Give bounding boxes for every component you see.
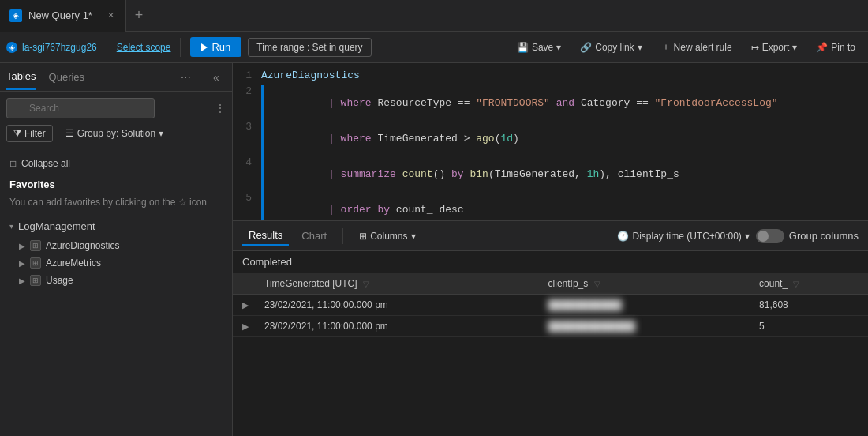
results-area: Results Chart ⊞ Columns ▾ 🕐 Display time… — [233, 221, 868, 436]
row-expand-cell-2[interactable]: ▶ — [233, 316, 255, 337]
line-bar-4 — [261, 156, 264, 192]
save-button[interactable]: 💾 Save ▾ — [511, 39, 567, 56]
table-icon: ⊞ — [30, 240, 41, 251]
results-tab-chart[interactable]: Chart — [295, 227, 333, 245]
new-tab-button[interactable]: + — [126, 0, 152, 32]
main-layout: Tables Queries ··· « 🔍 ⋮ ⧩ Filter ☰ Grou… — [0, 63, 868, 436]
line-content-5: | order by count_ desc — [267, 192, 464, 221]
copy-link-button[interactable]: 🔗 Copy link ▾ — [574, 39, 648, 56]
line-content-3: | where TimeGenerated > ago(1d) — [267, 121, 519, 156]
export-button[interactable]: ↦ Export ▾ — [745, 39, 804, 56]
columns-icon: ⊞ — [359, 231, 367, 242]
row-2-ip-blurred: █████████████ — [548, 321, 636, 332]
new-alert-button[interactable]: ＋ New alert rule — [655, 37, 739, 57]
completed-status: Completed — [233, 251, 868, 273]
copylink-dropdown-icon: ▾ — [638, 42, 642, 53]
line-content-2: | where ResourceType == "FRONTDOORS" and… — [267, 85, 778, 121]
export-icon: ↦ — [751, 42, 759, 53]
sidebar-filters: ⧩ Filter ☰ Group by: Solution ▾ — [0, 125, 232, 148]
results-tab-results[interactable]: Results — [242, 226, 289, 246]
tree-item-usage[interactable]: ▶ ⊞ Usage — [0, 272, 232, 289]
filter-icon-count[interactable]: ▽ — [793, 280, 799, 288]
col-client-ip[interactable]: clientIp_s ▽ — [539, 273, 750, 295]
line-bar-2 — [261, 85, 264, 121]
favorites-hint: You can add favorites by clicking on the… — [9, 195, 223, 209]
line-content-4: | summarize count() by bin(TimeGenerated… — [267, 156, 679, 192]
results-table-wrapper[interactable]: TimeGenerated [UTC] ▽ clientIp_s ▽ count… — [233, 273, 868, 436]
log-management-section[interactable]: ▾ LogManagement — [0, 216, 232, 237]
run-button[interactable]: Run — [190, 37, 241, 57]
results-table-header: TimeGenerated [UTC] ▽ clientIp_s ▽ count… — [233, 273, 868, 295]
sidebar-tab-more-button[interactable]: ··· — [181, 70, 191, 85]
line-number-1: 1 — [233, 70, 261, 81]
workspace-label: ◈ la-sgi767hzgug26 — [6, 42, 107, 53]
code-line-4: 4 | summarize count() by bin(TimeGenerat… — [233, 156, 868, 192]
time-range-button[interactable]: Time range : Set in query — [248, 38, 371, 57]
collapse-all-icon: ⊟ — [9, 159, 17, 169]
alert-icon: ＋ — [661, 40, 671, 54]
table-icon: ⊞ — [30, 257, 41, 269]
tab-label: New Query 1* — [28, 9, 92, 21]
sidebar-search-row: 🔍 ⋮ — [0, 92, 232, 125]
code-line-3: 3 | where TimeGenerated > ago(1d) — [233, 121, 868, 156]
group-columns-label: Group columns — [789, 230, 859, 242]
group-columns-toggle[interactable] — [756, 229, 784, 243]
link-icon: 🔗 — [580, 42, 592, 53]
row-1-count: 81,608 — [750, 295, 868, 316]
sidebar-tab-tables[interactable]: Tables — [6, 64, 36, 90]
section-arrow-icon: ▾ — [9, 222, 13, 231]
group-by-button[interactable]: ☰ Group by: Solution ▾ — [59, 126, 170, 141]
col-count[interactable]: count_ ▽ — [750, 273, 868, 295]
pin-icon: 📌 — [816, 42, 828, 53]
tree-expand-icon: ▶ — [19, 259, 25, 268]
tab-close-button[interactable]: ✕ — [106, 9, 116, 22]
search-more-button[interactable]: ⋮ — [215, 102, 226, 115]
row-expand-icon-1[interactable]: ▶ — [242, 300, 252, 310]
tab-new-query-1[interactable]: ◈ New Query 1* ✕ — [0, 0, 126, 32]
groupby-icon: ☰ — [65, 128, 74, 139]
row-1-ip: ███████████ — [539, 295, 750, 316]
collapse-all-button[interactable]: ⊟ Collapse all — [0, 155, 232, 172]
results-table: TimeGenerated [UTC] ▽ clientIp_s ▽ count… — [233, 273, 868, 337]
filter-button[interactable]: ⧩ Filter — [6, 125, 53, 142]
workspace-name: la-sgi767hzgug26 — [22, 42, 97, 53]
row-1-time: 23/02/2021, 11:00:00.000 pm — [255, 295, 539, 316]
results-toolbar: Results Chart ⊞ Columns ▾ 🕐 Display time… — [233, 221, 868, 251]
favorites-section: Favorites You can add favorites by click… — [0, 172, 232, 216]
play-icon — [201, 43, 208, 51]
sidebar: Tables Queries ··· « 🔍 ⋮ ⧩ Filter ☰ Grou… — [0, 63, 233, 436]
table-header-row: TimeGenerated [UTC] ▽ clientIp_s ▽ count… — [233, 273, 868, 295]
columns-dropdown-icon: ▾ — [411, 231, 416, 242]
sidebar-collapse-button[interactable]: « — [207, 68, 226, 87]
display-time-button[interactable]: 🕐 Display time (UTC+00:00) ▾ — [617, 231, 749, 242]
line-bar-5 — [261, 192, 264, 221]
tree-item-azure-metrics[interactable]: ▶ ⊞ AzureMetrics — [0, 254, 232, 272]
select-scope-button[interactable]: Select scope — [117, 42, 171, 53]
export-dropdown-icon: ▾ — [792, 42, 797, 53]
filter-icon-time[interactable]: ▽ — [363, 280, 369, 288]
workspace-icon: ◈ — [6, 42, 17, 53]
code-line-2: 2 | where ResourceType == "FRONTDOORS" a… — [233, 85, 868, 121]
row-2-time: 23/02/2021, 11:00:00.000 pm — [255, 316, 539, 337]
pin-to-button[interactable]: 📌 Pin to — [810, 39, 862, 56]
results-table-body: ▶ 23/02/2021, 11:00:00.000 pm ██████████… — [233, 295, 868, 337]
row-expand-cell-1[interactable]: ▶ — [233, 295, 255, 316]
code-editor[interactable]: 1 AzureDiagnostics 2 | where ResourceTyp… — [233, 63, 868, 221]
row-1-ip-blurred: ███████████ — [548, 299, 623, 310]
filter-icon: ⧩ — [13, 128, 21, 139]
row-2-ip: █████████████ — [539, 316, 750, 337]
search-input[interactable] — [6, 98, 155, 118]
tab-icon: ◈ — [9, 9, 22, 22]
sidebar-tab-queries[interactable]: Queries — [49, 65, 85, 89]
group-columns-toggle-container: Group columns — [756, 229, 859, 243]
code-line-5: 5 | order by count_ desc — [233, 192, 868, 221]
toolbar-separator — [180, 38, 181, 57]
sidebar-content: ⊟ Collapse all Favorites You can add fav… — [0, 148, 232, 436]
save-dropdown-icon: ▾ — [556, 42, 561, 53]
row-expand-icon-2[interactable]: ▶ — [242, 321, 252, 331]
filter-icon-ip[interactable]: ▽ — [594, 280, 600, 288]
col-time-generated[interactable]: TimeGenerated [UTC] ▽ — [255, 273, 539, 295]
columns-button[interactable]: ⊞ Columns ▾ — [353, 228, 421, 244]
line-number-2: 2 — [233, 85, 261, 97]
tree-item-azure-diagnostics[interactable]: ▶ ⊞ AzureDiagnostics — [0, 237, 232, 254]
